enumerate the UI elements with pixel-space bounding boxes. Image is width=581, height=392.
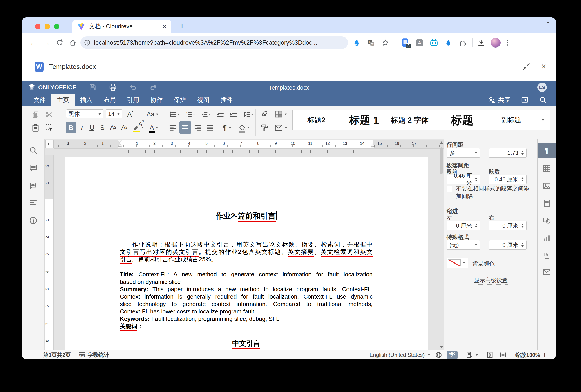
highlight-color-button[interactable] xyxy=(131,122,145,133)
styles-gallery-expand-icon[interactable] xyxy=(536,110,550,130)
zoom-window-button[interactable] xyxy=(54,24,59,29)
tab-home[interactable]: 主页 xyxy=(51,94,75,106)
header-footer-settings-tab[interactable] xyxy=(538,199,556,207)
style-title[interactable]: 标题 xyxy=(438,110,486,130)
about-icon[interactable] xyxy=(22,216,44,225)
extensions-puzzle-icon[interactable] xyxy=(457,37,468,48)
share-button[interactable]: 共享 xyxy=(488,96,510,104)
close-tab-icon[interactable]: × xyxy=(162,23,166,30)
indent-left-spinner[interactable]: 0 厘米 xyxy=(446,221,480,230)
text-art-settings-tab[interactable]: Ta xyxy=(538,251,556,259)
grow-font-button[interactable]: A▲ xyxy=(124,109,134,119)
bookmark-star-icon[interactable] xyxy=(380,37,391,48)
chart-settings-tab[interactable] xyxy=(538,234,556,242)
same-style-checkbox[interactable] xyxy=(446,186,452,192)
home-button[interactable] xyxy=(66,36,79,49)
image-settings-tab[interactable] xyxy=(538,182,556,190)
underline-button[interactable]: U xyxy=(87,122,97,133)
left-indent-marker[interactable] xyxy=(118,147,122,148)
translate-icon[interactable]: G文 xyxy=(365,37,377,48)
tab-insert[interactable]: 插入 xyxy=(75,94,98,106)
subscript-button[interactable]: A2 xyxy=(119,122,130,133)
search-companion-icon[interactable] xyxy=(351,37,362,48)
mail-merge-settings-tab[interactable] xyxy=(538,268,556,276)
document-canvas[interactable]: 作业2-篇前和引言 作业说明：根据下面这段中文引言，用英文写出论文标题、摘要、检… xyxy=(54,149,439,350)
strikethrough-button[interactable]: S xyxy=(98,122,107,133)
show-advanced-settings-link[interactable]: 显示高级设置 xyxy=(444,277,538,284)
document-heading[interactable]: 作业2-篇前和引言 xyxy=(120,211,372,221)
user-avatar[interactable]: LS xyxy=(538,83,547,92)
bilibili-tv-icon[interactable] xyxy=(428,37,440,48)
scrollbar-thumb[interactable] xyxy=(440,147,443,174)
reload-button[interactable] xyxy=(53,36,66,49)
scroll-down-icon[interactable] xyxy=(440,346,444,349)
close-window-button[interactable] xyxy=(35,24,40,29)
water-drop-icon[interactable] xyxy=(442,37,454,48)
scroll-up-icon[interactable] xyxy=(440,141,444,144)
spacing-before-spinner[interactable]: 0.46 厘米 xyxy=(446,175,480,184)
change-case-button[interactable]: Aa xyxy=(146,109,159,119)
tab-stop-selector[interactable] xyxy=(46,140,54,148)
fit-width-button[interactable] xyxy=(500,351,506,359)
italic-button[interactable]: I xyxy=(77,122,86,133)
shape-settings-tab[interactable] xyxy=(538,216,556,225)
style-heading2-font[interactable]: 标题 2 字体 xyxy=(388,110,438,130)
tab-view[interactable]: 视图 xyxy=(192,94,215,106)
save-button[interactable] xyxy=(88,83,97,91)
address-bar[interactable]: localhost:5173/home?path=cloudreve%3A%2F… xyxy=(80,36,348,49)
find-icon[interactable] xyxy=(22,146,44,155)
special-format-spinner[interactable]: 0 厘米 xyxy=(489,240,526,250)
redo-button[interactable] xyxy=(149,83,158,91)
justify-button[interactable] xyxy=(204,122,216,133)
extension-a-icon[interactable]: A xyxy=(414,37,426,48)
superscript-button[interactable]: A2 xyxy=(108,122,118,133)
indent-right-spinner[interactable]: 0 厘米 xyxy=(489,221,526,230)
align-right-button[interactable] xyxy=(192,122,203,133)
align-center-button[interactable] xyxy=(180,121,191,134)
select-all-button[interactable] xyxy=(44,122,54,133)
forward-button[interactable]: → xyxy=(40,36,53,49)
chat-icon[interactable] xyxy=(22,181,44,190)
english-abstract-block[interactable]: Title: Context-FL: A new method to gener… xyxy=(120,271,372,330)
decrease-indent-button[interactable] xyxy=(214,109,226,119)
zoom-out-button[interactable]: − xyxy=(506,351,516,359)
close-preview-icon[interactable]: × xyxy=(542,62,546,71)
language-selector[interactable]: English (United States) xyxy=(370,352,424,358)
instructions-paragraph[interactable]: 作业说明：根据下面这段中文引言，用英文写出论文标题、摘要、检索词，并根据中 文引… xyxy=(120,241,372,263)
special-format-select[interactable]: (无) xyxy=(446,240,480,250)
minimize-window-button[interactable] xyxy=(44,24,50,29)
line-spacing-spinner[interactable]: 1.73 xyxy=(489,148,526,158)
track-changes-chevron-icon[interactable] xyxy=(476,354,478,355)
spacing-after-spinner[interactable]: 0.46 厘米 xyxy=(489,175,526,184)
hanging-indent-marker[interactable] xyxy=(118,144,122,146)
page-number-indicator[interactable]: 第1页共2页 xyxy=(43,351,71,359)
tab-references[interactable]: 引用 xyxy=(122,94,145,106)
font-size-select[interactable]: 14 xyxy=(106,109,122,118)
copy-button[interactable] xyxy=(30,109,41,120)
multilevel-list-button[interactable]: 1 xyxy=(199,109,213,119)
undo-button[interactable] xyxy=(129,83,137,91)
paste-button[interactable] xyxy=(30,122,41,133)
tab-protection[interactable]: 保护 xyxy=(168,94,192,106)
site-info-icon[interactable] xyxy=(83,38,92,47)
tab-layout[interactable]: 布局 xyxy=(98,94,122,106)
comments-icon[interactable] xyxy=(22,164,44,173)
shading-color-button[interactable] xyxy=(272,109,290,119)
cut-button[interactable] xyxy=(44,109,54,120)
document-language-icon[interactable] xyxy=(435,351,442,359)
document-page[interactable]: 作业2-篇前和引言 作业说明：根据下面这段中文引言，用英文写出论文标题、摘要、检… xyxy=(64,157,428,350)
style-heading1[interactable]: 标题 1 xyxy=(340,110,388,130)
spellcheck-toggle[interactable]: ABC✓ xyxy=(447,351,458,359)
back-button[interactable]: ← xyxy=(27,36,40,49)
language-chevron-icon[interactable] xyxy=(428,354,430,355)
paragraph-settings-tab[interactable]: ¶ xyxy=(538,143,556,158)
right-indent-marker[interactable] xyxy=(371,144,374,146)
clear-style-button[interactable] xyxy=(258,109,270,119)
line-spacing-button[interactable] xyxy=(240,109,256,119)
exit-fullscreen-icon[interactable] xyxy=(522,63,531,71)
table-settings-tab[interactable] xyxy=(538,164,556,173)
tab-collaboration[interactable]: 协作 xyxy=(145,94,168,106)
font-color-button[interactable]: A xyxy=(147,122,161,133)
search-icon[interactable] xyxy=(539,96,547,104)
mail-merge-button[interactable] xyxy=(272,122,290,133)
